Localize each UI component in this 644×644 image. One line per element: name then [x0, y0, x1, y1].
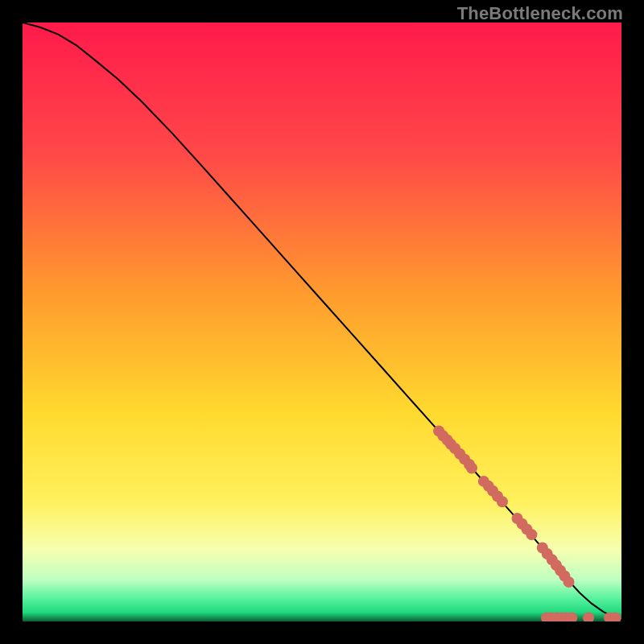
- chart-svg: [23, 23, 621, 621]
- watermark-text: TheBottleneck.com: [457, 3, 623, 24]
- scatter-point: [497, 496, 508, 507]
- scatter-point: [466, 463, 477, 474]
- plot-area: [23, 23, 621, 621]
- scatter-point: [526, 529, 537, 540]
- scatter-point: [564, 576, 575, 588]
- chart-frame: TheBottleneck.com: [0, 0, 644, 644]
